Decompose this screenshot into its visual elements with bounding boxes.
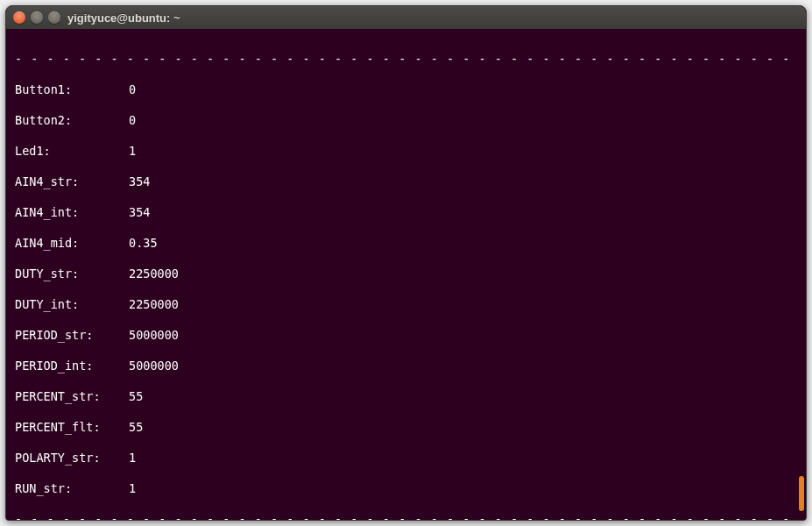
value: 55 (129, 389, 143, 405)
output-row: PERCENT_str:55 (15, 389, 797, 405)
terminal-window: yigityuce@ubuntu: ~ - - - - - - - - - - … (5, 5, 807, 521)
label: Led1: (15, 144, 129, 160)
output-row: PERIOD_str:5000000 (15, 328, 797, 344)
terminal-output[interactable]: - - - - - - - - - - - - - - - - - - - - … (6, 29, 806, 520)
value: 5000000 (129, 328, 179, 344)
label: PERCENT_flt: (15, 420, 129, 436)
label: AIN4_int: (15, 205, 129, 221)
window-title: yigityuce@ubuntu: ~ (67, 11, 180, 25)
output-row: RUN_str:1 (15, 481, 797, 497)
output-row: DUTY_str:2250000 (15, 267, 797, 282)
label: RUN_str: (15, 481, 129, 497)
value: 354 (129, 174, 150, 190)
output-row: PERIOD_int:5000000 (15, 359, 797, 374)
value: 55 (129, 420, 143, 436)
label: POLARTY_str: (15, 451, 129, 466)
label: Button2: (15, 113, 129, 129)
label: DUTY_str: (15, 267, 129, 282)
output-row: Button2:0 (15, 113, 797, 129)
label: PERIOD_int: (15, 359, 129, 374)
label: DUTY_int: (15, 297, 129, 313)
label: AIN4_mid: (15, 236, 129, 252)
value: 354 (129, 205, 150, 221)
separator: - - - - - - - - - - - - - - - - - - - - … (15, 52, 797, 68)
value: 1 (129, 481, 136, 497)
scrollbar-thumb[interactable] (799, 476, 804, 511)
minimize-icon[interactable] (31, 11, 43, 24)
output-row: AIN4_int:354 (15, 205, 797, 221)
output-row: AIN4_mid:0.35 (15, 236, 797, 252)
output-row: POLARTY_str:1 (15, 451, 797, 466)
label: AIN4_str: (15, 174, 129, 190)
window-controls (13, 11, 60, 24)
output-row: Led1:1 (15, 144, 797, 160)
output-row: PERCENT_flt:55 (15, 420, 797, 436)
value: 0 (129, 113, 136, 129)
value: 0 (129, 82, 136, 98)
output-row: DUTY_int:2250000 (15, 297, 797, 313)
label: Button1: (15, 82, 129, 98)
value: 1 (129, 451, 136, 466)
output-row: Button1:0 (15, 82, 797, 98)
value: 2250000 (129, 297, 179, 313)
value: 0.35 (129, 236, 158, 252)
maximize-icon[interactable] (48, 11, 60, 24)
separator: - - - - - - - - - - - - - - - - - - - - … (15, 512, 797, 521)
value: 5000000 (129, 359, 179, 374)
output-row: AIN4_str:354 (15, 174, 797, 190)
value: 1 (129, 144, 136, 160)
close-icon[interactable] (13, 11, 25, 24)
label: PERIOD_str: (15, 328, 129, 344)
titlebar[interactable]: yigityuce@ubuntu: ~ (6, 6, 806, 29)
value: 2250000 (129, 267, 179, 282)
label: PERCENT_str: (15, 389, 129, 405)
